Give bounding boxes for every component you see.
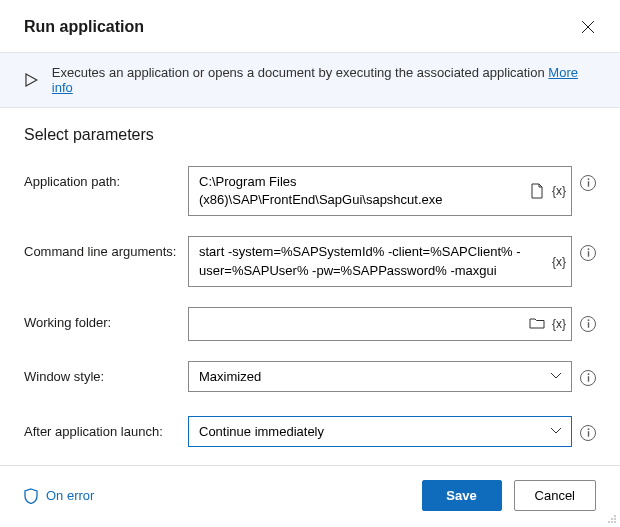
select-wrap-window-style: Maximized: [188, 361, 572, 392]
label-after-launch: After application launch:: [24, 416, 180, 439]
svg-point-17: [611, 521, 613, 523]
resize-grip-icon[interactable]: [607, 514, 617, 524]
row-application-path: Application path: {x}: [24, 166, 596, 216]
info-icon: [585, 178, 592, 188]
variable-picker-button[interactable]: {x}: [552, 317, 566, 331]
run-application-dialog: Run application Executes an application …: [0, 0, 620, 527]
help-button-working-folder[interactable]: [580, 316, 596, 332]
svg-point-13: [614, 515, 616, 517]
save-button[interactable]: Save: [422, 480, 502, 511]
svg-point-11: [587, 428, 589, 430]
svg-point-3: [587, 178, 589, 180]
svg-rect-8: [587, 322, 588, 328]
info-icon: [585, 248, 592, 258]
row-window-style: Window style: Maximized: [24, 361, 596, 392]
svg-point-5: [587, 249, 589, 251]
after-launch-select[interactable]: Continue immediately: [188, 416, 572, 447]
input-wrap-application-path: {x}: [188, 166, 572, 216]
window-style-select[interactable]: Maximized: [188, 361, 572, 392]
select-wrap-after-launch: Continue immediately: [188, 416, 572, 447]
label-window-style: Window style:: [24, 361, 180, 384]
label-application-path: Application path:: [24, 166, 180, 189]
info-banner: Executes an application or opens a docum…: [0, 52, 620, 108]
dialog-body: Select parameters Application path: {x} …: [0, 108, 620, 465]
svg-marker-2: [26, 74, 37, 86]
svg-point-7: [587, 319, 589, 321]
row-working-folder: Working folder: {x}: [24, 307, 596, 341]
variable-picker-button[interactable]: {x}: [552, 255, 566, 269]
command-line-input[interactable]: [188, 236, 572, 286]
info-icon: [585, 373, 592, 383]
svg-rect-10: [587, 376, 588, 382]
svg-point-16: [608, 521, 610, 523]
dialog-footer: On error Save Cancel: [0, 465, 620, 527]
input-wrap-command-line: {x}: [188, 236, 572, 286]
help-button-window-style[interactable]: [580, 370, 596, 386]
svg-rect-6: [587, 252, 588, 258]
help-button-command-line[interactable]: [580, 245, 596, 261]
svg-point-9: [587, 373, 589, 375]
info-icon: [585, 428, 592, 438]
svg-rect-12: [587, 431, 588, 437]
working-folder-input[interactable]: [188, 307, 572, 341]
file-picker-button[interactable]: [528, 182, 546, 200]
help-button-application-path[interactable]: [580, 175, 596, 191]
cancel-button[interactable]: Cancel: [514, 480, 596, 511]
svg-rect-4: [587, 181, 588, 187]
close-button[interactable]: [580, 19, 596, 35]
svg-point-15: [614, 518, 616, 520]
on-error-label: On error: [46, 488, 94, 503]
info-text: Executes an application or opens a docum…: [52, 65, 596, 95]
label-command-line: Command line arguments:: [24, 236, 180, 259]
application-path-input[interactable]: [188, 166, 572, 216]
close-icon: [581, 20, 595, 34]
shield-icon: [24, 488, 38, 504]
on-error-button[interactable]: On error: [24, 488, 94, 504]
variable-picker-button[interactable]: {x}: [552, 184, 566, 198]
row-command-line: Command line arguments: {x}: [24, 236, 596, 286]
label-working-folder: Working folder:: [24, 307, 180, 330]
svg-point-18: [614, 521, 616, 523]
run-icon: [24, 73, 38, 87]
info-description: Executes an application or opens a docum…: [52, 65, 545, 80]
help-button-after-launch[interactable]: [580, 425, 596, 441]
dialog-header: Run application: [0, 0, 620, 52]
footer-actions: Save Cancel: [422, 480, 596, 511]
svg-point-14: [611, 518, 613, 520]
info-icon: [585, 319, 592, 329]
file-icon: [530, 183, 544, 199]
input-wrap-working-folder: {x}: [188, 307, 572, 341]
folder-icon: [529, 317, 545, 330]
dialog-title: Run application: [24, 18, 144, 36]
row-after-launch: After application launch: Continue immed…: [24, 416, 596, 447]
folder-picker-button[interactable]: [528, 315, 546, 333]
section-title: Select parameters: [24, 126, 596, 144]
